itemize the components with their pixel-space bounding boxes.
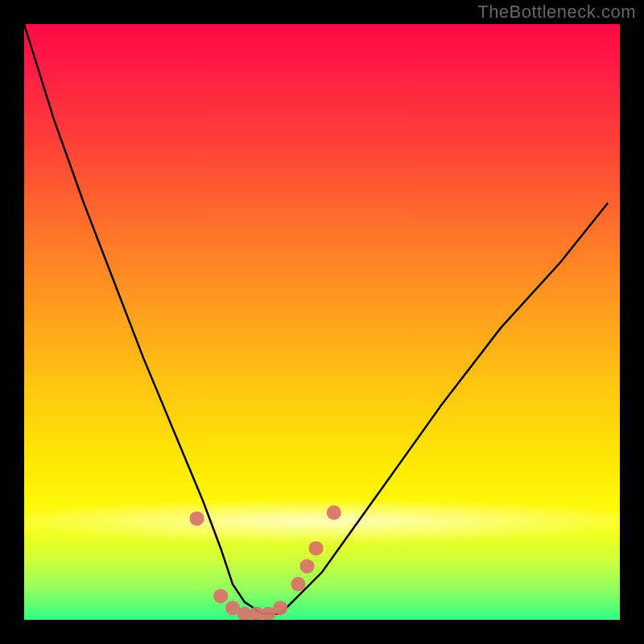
bottleneck-curve <box>24 24 608 614</box>
curve-layer <box>24 24 620 620</box>
watermark-text: TheBottleneck.com <box>477 2 636 23</box>
chart-frame: TheBottleneck.com <box>0 0 644 644</box>
plot-area <box>24 24 620 620</box>
curve-markers <box>197 513 334 614</box>
